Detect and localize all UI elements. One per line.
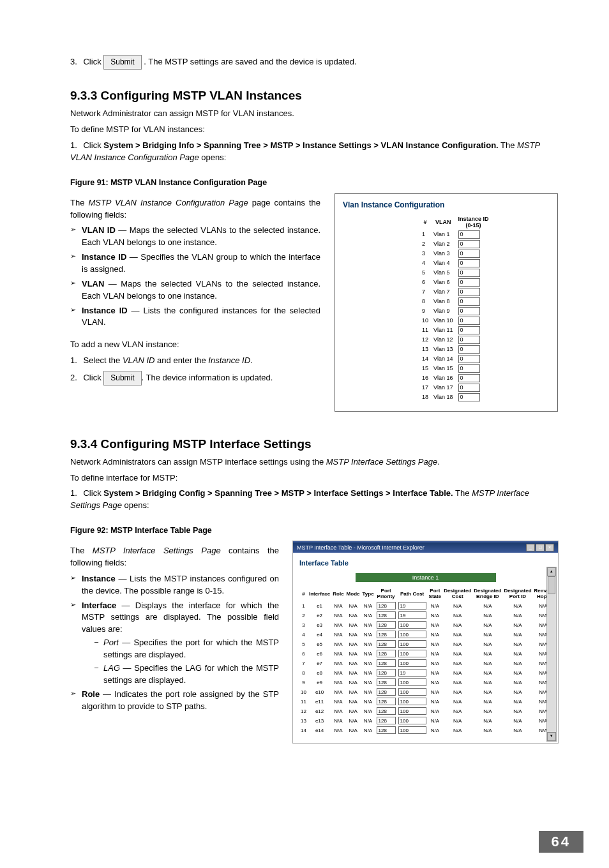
path-cost-input[interactable] — [398, 726, 426, 734]
port-priority-input[interactable] — [377, 650, 396, 657]
port-priority-input[interactable] — [377, 717, 396, 724]
table-row: 8e8N/AN/AN/AN/AN/AN/AN/AN/A — [299, 668, 553, 678]
interface-table-title: Interface Table — [299, 559, 552, 567]
add-lead: To add a new VLAN instance: — [70, 339, 320, 351]
path-cost-input[interactable] — [398, 698, 426, 705]
instance-id-input[interactable] — [458, 230, 480, 239]
vlan-instance-panel: Vlan Instance Configuration # VLAN Insta… — [335, 193, 558, 412]
window-title: MSTP Interface Table - Microsoft Interne… — [297, 544, 425, 551]
step-933-1: 1. Click System > Bridging Info > Spanni… — [70, 140, 558, 164]
port-priority-input[interactable] — [377, 707, 396, 715]
table-row: 10Vlan 10 — [419, 316, 492, 326]
table-row: 7Vlan 7 — [419, 287, 492, 297]
instance-id-input[interactable] — [458, 336, 480, 344]
path-cost-input[interactable] — [398, 621, 426, 629]
path-cost-input[interactable] — [398, 631, 426, 638]
port-priority-input[interactable] — [377, 698, 396, 705]
step-934-1: 1. Click System > Bridging Config > Span… — [70, 488, 558, 512]
path-cost-input[interactable] — [398, 688, 426, 696]
add-step-1: 1. Select the VLAN ID and enter the Inst… — [70, 355, 320, 367]
scroll-thumb[interactable] — [548, 576, 555, 594]
heading-933: 9.3.3 Configuring MSTP VLAN Instances — [70, 89, 558, 103]
bullet: Instance ID — Lists the configured insta… — [70, 305, 320, 329]
desc-934: The MSTP Interface Settings Page contain… — [70, 545, 279, 569]
interface-table-window: MSTP Interface Table - Microsoft Interne… — [293, 541, 558, 743]
port-priority-input[interactable] — [377, 688, 396, 696]
instance-id-input[interactable] — [458, 297, 480, 306]
vlan-table: # VLAN Instance ID (0-15) 1Vlan 12Vlan 2… — [419, 216, 492, 402]
maximize-icon[interactable]: □ — [536, 544, 545, 551]
table-row: 17Vlan 17 — [419, 383, 492, 393]
port-priority-input[interactable] — [377, 659, 396, 667]
table-row: 1e1N/AN/AN/AN/AN/AN/AN/AN/A — [299, 601, 553, 611]
path-cost-input[interactable] — [398, 602, 426, 610]
scroll-up-icon[interactable]: ▴ — [547, 567, 556, 576]
table-row: 15Vlan 15 — [419, 364, 492, 373]
port-priority-input[interactable] — [377, 611, 396, 619]
table-row: 5Vlan 5 — [419, 268, 492, 278]
table-row: 7e7N/AN/AN/AN/AN/AN/AN/AN/A — [299, 659, 553, 668]
instance-id-input[interactable] — [458, 326, 480, 334]
instance-id-input[interactable] — [458, 393, 480, 401]
sub-bullet: Port — Specifies the port for which the … — [94, 637, 279, 661]
path-cost-input[interactable] — [398, 611, 426, 619]
scrollbar[interactable]: ▴ ▾ — [546, 567, 557, 742]
path-cost-input[interactable] — [398, 678, 426, 686]
instance-id-input[interactable] — [458, 364, 480, 373]
col-inst: Instance ID (0-15) — [456, 216, 492, 230]
add-step-2: 2. Click Submit. The device information … — [70, 371, 320, 385]
table-row: 11Vlan 11 — [419, 326, 492, 335]
table-row: 6Vlan 6 — [419, 278, 492, 287]
table-row: 11e11N/AN/AN/AN/AN/AN/AN/AN/A — [299, 697, 553, 707]
step-post: . The MSTP settings are saved and the de… — [144, 57, 356, 66]
instance-id-input[interactable] — [458, 269, 480, 277]
bullet: VLAN ID — Maps the selected VLANs to the… — [70, 225, 320, 249]
instance-id-input[interactable] — [458, 288, 480, 296]
port-priority-input[interactable] — [377, 602, 396, 610]
table-row: 4e4N/AN/AN/AN/AN/AN/AN/AN/A — [299, 630, 553, 640]
submit-button[interactable]: Submit — [103, 371, 141, 385]
step-num: 3. — [70, 57, 77, 66]
instance-id-input[interactable] — [458, 317, 480, 325]
port-priority-input[interactable] — [377, 678, 396, 686]
path-cost-input[interactable] — [398, 669, 426, 677]
instance-id-input[interactable] — [458, 355, 480, 363]
table-row: 3e3N/AN/AN/AN/AN/AN/AN/AN/A — [299, 620, 553, 630]
port-priority-input[interactable] — [377, 726, 396, 734]
minimize-icon[interactable]: _ — [526, 544, 535, 551]
intro-934: Network Administrators can assign MSTP i… — [70, 456, 558, 468]
path-cost-input[interactable] — [398, 650, 426, 657]
submit-button[interactable]: Submit — [103, 55, 141, 70]
instance-id-input[interactable] — [458, 374, 480, 382]
bullet: Instance — Lists the MSTP instances conf… — [70, 573, 279, 597]
path-cost-input[interactable] — [398, 640, 426, 648]
scroll-down-icon[interactable]: ▾ — [547, 732, 556, 741]
table-row: 18Vlan 18 — [419, 393, 492, 402]
bullets-933: VLAN ID — Maps the selected VLANs to the… — [70, 225, 320, 329]
table-row: 2e2N/AN/AN/AN/AN/AN/AN/AN/A — [299, 611, 553, 620]
fig91-caption: Figure 91: MSTP VLAN Instance Configurat… — [70, 178, 558, 187]
path-cost-input[interactable] — [398, 717, 426, 724]
table-row: 4Vlan 4 — [419, 258, 492, 268]
port-priority-input[interactable] — [377, 631, 396, 638]
bullet: VLAN — Maps the selected VLANs to the se… — [70, 278, 320, 303]
instance-id-input[interactable] — [458, 307, 480, 315]
lead-933: To define MSTP for VLAN instances: — [70, 124, 558, 136]
instance-id-input[interactable] — [458, 240, 480, 248]
port-priority-input[interactable] — [377, 640, 396, 648]
port-priority-input[interactable] — [377, 669, 396, 677]
instance-id-input[interactable] — [458, 250, 480, 258]
table-row: 16Vlan 16 — [419, 373, 492, 383]
instance-id-input[interactable] — [458, 259, 480, 267]
bullet: Interface — Displays the interface for w… — [70, 600, 279, 687]
window-title-bar: MSTP Interface Table - Microsoft Interne… — [293, 542, 558, 553]
fig92-caption: Figure 92: MSTP Interface Table Page — [70, 526, 558, 535]
path-cost-input[interactable] — [398, 659, 426, 667]
instance-id-input[interactable] — [458, 278, 480, 287]
instance-id-input[interactable] — [458, 384, 480, 392]
path-cost-input[interactable] — [398, 707, 426, 715]
table-row: 2Vlan 2 — [419, 239, 492, 249]
port-priority-input[interactable] — [377, 621, 396, 629]
close-icon[interactable]: × — [545, 544, 554, 551]
instance-id-input[interactable] — [458, 345, 480, 354]
